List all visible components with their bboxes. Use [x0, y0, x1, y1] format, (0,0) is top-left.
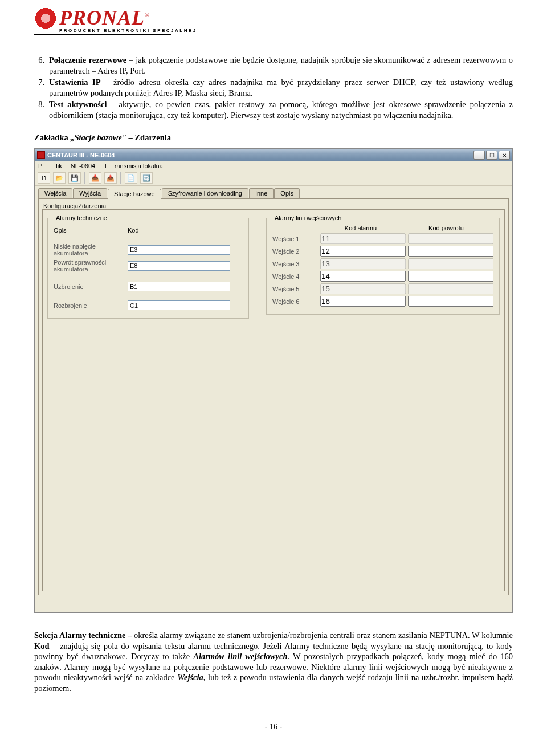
input-rozbrojenie-kod[interactable]: [128, 300, 230, 310]
tab-wyjscia[interactable]: Wyjścia: [73, 188, 107, 198]
tb-page-icon[interactable]: 📄: [125, 172, 137, 184]
item-body: – aktywuje, co pewien czas, pakiet testo…: [49, 100, 513, 120]
col-kod-powrotu-header: Kod powrotu: [403, 225, 489, 231]
row-uzbrojenie: Uzbrojenie: [54, 282, 243, 291]
close-button[interactable]: ✕: [499, 151, 510, 160]
tb-open-icon[interactable]: 📂: [53, 172, 66, 184]
label-wejscie-5: Wejście 5: [272, 286, 318, 292]
app-window: CENTAUR III - NE-0604 _ ☐ ✕ Plik NE-0604…: [34, 148, 513, 613]
row-wejscie-3: Wejście 3: [272, 258, 493, 269]
label-wejscie-4: Wejście 4: [272, 273, 318, 280]
tab-opis[interactable]: Opis: [274, 188, 300, 198]
sub-tabstrip: Konfiguracja Zdarzenia: [42, 201, 505, 209]
row-wejscie-6: Wejście 6: [272, 296, 493, 307]
app-icon: [37, 151, 45, 159]
menu-transmisja[interactable]: Transmisja lokalna: [104, 162, 163, 169]
tab-inne[interactable]: Inne: [249, 188, 274, 198]
subtab-zdarzenia[interactable]: Zdarzenia: [78, 202, 106, 209]
input-w4-ret[interactable]: [408, 271, 493, 282]
label-uzbrojenie: Uzbrojenie: [54, 283, 122, 290]
heading-part: – Zdarzenia: [126, 133, 171, 142]
row-wejscie-2: Wejście 2: [272, 246, 493, 257]
numbered-list: 6. Połączenie rezerwowe – jak połączenie…: [34, 55, 513, 120]
list-item: 8. Test aktywności – aktywuje, co pewien…: [34, 99, 513, 120]
tab-panel: Konfiguracja Zdarzenia Alarmy techniczne…: [38, 198, 509, 595]
item-text: Test aktywności – aktywuje, co pewien cz…: [49, 99, 513, 120]
col-kod-header: Kod: [128, 227, 139, 234]
group-legend-right: Alarmy linii wejściowych: [272, 214, 344, 221]
main-tabstrip: Wejścia Wyjścia Stacje bazowe Szyfrowani…: [35, 186, 512, 198]
heading-part: Zakładka: [34, 133, 70, 142]
gear-icon: [34, 7, 57, 30]
input-w6-ret[interactable]: [408, 296, 493, 307]
item-text: Połączenie rezerwowe – jak połączenie po…: [49, 55, 513, 76]
statusbar: [35, 599, 512, 612]
logo-brand: PRONAL: [59, 6, 145, 29]
tb-new-icon[interactable]: 🗋: [38, 172, 50, 184]
input-w3-ret: [408, 258, 493, 269]
window-title: CENTAUR III - NE-0604: [47, 152, 115, 158]
menu-ne[interactable]: NE-0604: [71, 162, 95, 169]
input-w2-ret[interactable]: [408, 246, 493, 257]
maximize-button[interactable]: ☐: [486, 151, 497, 160]
item-number: 7.: [34, 77, 44, 98]
row-wejscie-5: Wejście 5: [272, 283, 493, 294]
input-w6-kod[interactable]: [320, 296, 406, 307]
titlebar-left: CENTAUR III - NE-0604: [37, 151, 115, 159]
sub-panel: Alarmy techniczne Opis Kod Niskie napięc…: [42, 209, 505, 591]
item-body: – źródło adresu określa czy adres nadajn…: [49, 78, 513, 97]
input-uzbrojenie-kod[interactable]: [128, 282, 230, 291]
logo-underline: [34, 34, 171, 35]
item-term: Ustawienia IP: [49, 78, 101, 87]
input-w4-kod[interactable]: [320, 271, 406, 282]
input-niskie-kod[interactable]: [128, 245, 230, 255]
subtab-konfiguracja[interactable]: Konfiguracja: [43, 202, 78, 209]
label-powrot: Powrót sprawności akumulatora: [54, 259, 122, 273]
header-row: Opis Kod: [54, 227, 243, 234]
item-number: 8.: [34, 99, 44, 120]
row-wejscie-1: Wejście 1: [272, 233, 493, 244]
heading-italic: „Stacje bazowe": [70, 133, 126, 142]
lower-em-wejscia: Wejścia: [177, 673, 203, 682]
lower-strong-kod: Kod: [34, 641, 50, 651]
tab-wejscia[interactable]: Wejścia: [38, 188, 72, 198]
input-w5-ret: [408, 283, 493, 294]
label-niskie: Niskie napięcie akumulatora: [54, 243, 122, 257]
minimize-button[interactable]: _: [473, 151, 485, 160]
list-item: 7. Ustawienia IP – źródło adresu określa…: [34, 77, 513, 98]
input-w2-kod[interactable]: [320, 246, 406, 257]
row-niskie-napiecie: Niskie napięcie akumulatora: [54, 243, 243, 257]
row-rozbrojenie: Rozbrojenie: [54, 300, 243, 310]
tb-upload-icon[interactable]: 📤: [104, 172, 117, 184]
item-term: Test aktywności: [49, 100, 107, 109]
page-footer: - 16 -: [34, 722, 513, 731]
tab-szyfrowanie[interactable]: Szyfrowanie i downloading: [162, 188, 248, 198]
list-item: 6. Połączenie rezerwowe – jak połączenie…: [34, 55, 513, 76]
window-buttons: _ ☐ ✕: [473, 151, 510, 160]
menubar: Plik NE-0604 Transmisja lokalna: [35, 161, 512, 170]
label-wejscie-6: Wejście 6: [272, 298, 318, 305]
right-header-row: Kod alarmu Kod powrotu: [272, 225, 493, 231]
item-number: 6.: [34, 55, 44, 76]
group-alarmy-techniczne: Alarmy techniczne Opis Kod Niskie napięc…: [47, 214, 249, 319]
input-w5-kod: [320, 283, 406, 294]
label-rozbrojenie: Rozbrojenie: [54, 302, 122, 309]
input-w1-kod: [320, 233, 406, 244]
row-powrot-sprawnosci: Powrót sprawności akumulatora: [54, 259, 243, 273]
tb-refresh-icon[interactable]: 🔄: [140, 172, 153, 184]
label-wejscie-3: Wejście 3: [272, 261, 318, 267]
input-powrot-kod[interactable]: [128, 261, 230, 271]
group-alarmy-linii: Alarmy linii wejściowych Kod alarmu Kod …: [266, 214, 500, 315]
logo-text: PRONAL®: [59, 6, 150, 30]
tb-save-icon[interactable]: 💾: [68, 172, 81, 184]
toolbar-separator: [120, 172, 121, 184]
lower-strong-1: Sekcja Alarmy techniczne –: [34, 631, 134, 640]
tb-download-icon[interactable]: 📥: [89, 172, 101, 184]
lower-em-alarmow: Alarmów linii wejściowych: [193, 652, 287, 661]
label-wejscie-1: Wejście 1: [272, 235, 318, 242]
item-text: Ustawienia IP – źródło adresu określa cz…: [49, 77, 513, 98]
lower-text: określa alarmy związane ze stanem uzbroj…: [134, 631, 513, 640]
logo-row: PRONAL®: [34, 6, 513, 30]
tab-stacje-bazowe[interactable]: Stacje bazowe: [108, 189, 161, 199]
menu-plik[interactable]: Plik: [38, 162, 62, 169]
